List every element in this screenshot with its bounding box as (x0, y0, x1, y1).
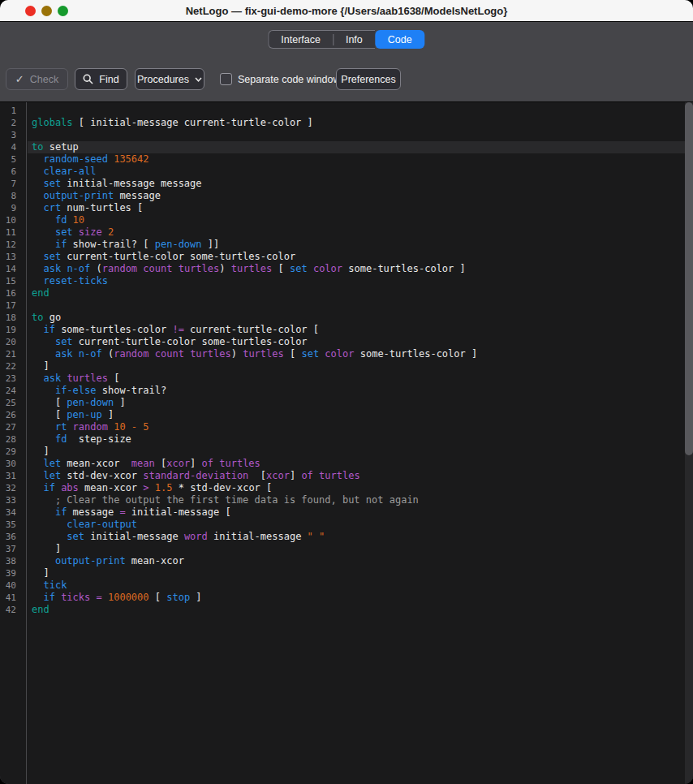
code-line[interactable]: output-print message (28, 190, 685, 202)
line-number: 41 (0, 592, 26, 604)
code-line[interactable]: end (28, 287, 685, 299)
code-line[interactable]: fd 10 (28, 214, 685, 226)
code-line[interactable]: clear-output (28, 519, 685, 531)
code-line[interactable]: output-print mean-xcor (28, 555, 685, 567)
line-number: 40 (0, 579, 26, 592)
preferences-button[interactable]: Preferences (336, 68, 401, 90)
scrollbar-thumb[interactable] (685, 102, 693, 455)
code-line[interactable]: tick (28, 579, 685, 592)
find-button-label: Find (99, 74, 118, 85)
titlebar: NetLogo — fix-gui-demo-more {/Users/aab1… (0, 0, 693, 22)
code-line[interactable]: random-seed 135642 (28, 153, 685, 166)
line-number: 17 (0, 299, 26, 312)
line-number: 28 (0, 433, 26, 446)
code-line[interactable]: set initial-message message (28, 178, 685, 190)
line-number: 20 (0, 336, 26, 348)
line-number: 14 (0, 263, 26, 275)
code-line[interactable]: [ pen-up ] (28, 409, 685, 421)
code-line[interactable]: if show-trail? [ pen-down ]] (28, 239, 685, 251)
line-number: 29 (0, 446, 26, 458)
check-button-label: Check (30, 74, 58, 85)
code-line[interactable]: end (28, 604, 685, 616)
window-chrome: Interface Info Code ✓ Check Find (0, 22, 693, 101)
line-number: 30 (0, 458, 26, 470)
code-line[interactable]: to setup (28, 141, 685, 153)
line-number: 37 (0, 543, 26, 555)
code-line[interactable]: [ pen-down ] (28, 397, 685, 409)
toolbar: ✓ Check Find Procedures (0, 68, 693, 91)
code-line[interactable] (28, 299, 685, 312)
check-button[interactable]: ✓ Check (6, 68, 68, 90)
line-number: 25 (0, 397, 26, 409)
code-line[interactable]: clear-all (28, 166, 685, 178)
find-button[interactable]: Find (75, 68, 127, 90)
line-number: 5 (0, 153, 26, 166)
line-number: 39 (0, 567, 26, 579)
code-line[interactable]: crt num-turtles [ (28, 202, 685, 214)
code-line[interactable]: if-else show-trail? (28, 385, 685, 397)
zoom-button[interactable] (58, 6, 68, 16)
code-line[interactable]: set current-turtle-color some-turtles-co… (28, 251, 685, 263)
code-editor[interactable]: 1234567891011121314151617181920212223242… (0, 101, 693, 784)
tab-segment: Interface Info (268, 30, 375, 49)
code-line[interactable]: ] (28, 360, 685, 373)
procedures-dropdown[interactable]: Procedures (135, 68, 204, 90)
line-number: 42 (0, 604, 26, 616)
checkbox-box[interactable] (220, 73, 232, 85)
line-number: 27 (0, 421, 26, 433)
code-line[interactable]: set initial-message word initial-message… (28, 531, 685, 543)
tab-bar: Interface Info Code (268, 30, 424, 49)
procedures-dropdown-label: Procedures (137, 74, 189, 85)
code-line[interactable]: if some-turtles-color != current-turtle-… (28, 324, 685, 336)
tab-interface[interactable]: Interface (269, 31, 333, 48)
tab-code[interactable]: Code (375, 30, 425, 49)
code-line[interactable]: if abs mean-xcor > 1.5 * std-dev-xcor [ (28, 482, 685, 494)
line-number: 15 (0, 275, 26, 287)
scrollbar[interactable] (685, 102, 693, 784)
separate-code-window-checkbox[interactable]: Separate code window (220, 68, 340, 90)
search-icon (83, 74, 93, 84)
code-line[interactable]: ask turtles [ (28, 373, 685, 385)
code-line[interactable]: ] (28, 446, 685, 458)
line-number: 13 (0, 251, 26, 263)
close-button[interactable] (25, 6, 36, 16)
line-number: 19 (0, 324, 26, 336)
line-number: 33 (0, 494, 26, 506)
line-number: 1 (0, 105, 26, 117)
line-number: 4 (0, 141, 26, 153)
code-line[interactable]: ask n-of (random count turtles) turtles … (28, 348, 685, 360)
line-number: 35 (0, 519, 26, 531)
code-line[interactable]: set current-turtle-color some-turtles-co… (28, 336, 685, 348)
code-line[interactable] (28, 105, 685, 117)
code-line[interactable]: ] (28, 567, 685, 579)
code-line[interactable]: rt random 10 - 5 (28, 421, 685, 433)
code-line[interactable]: set size 2 (28, 226, 685, 239)
code-line[interactable]: let mean-xcor mean [xcor] of turtles (28, 458, 685, 470)
check-icon: ✓ (15, 74, 24, 84)
code-line[interactable]: ; Clear the output the first time data i… (28, 494, 685, 506)
code-line[interactable]: ask n-of (random count turtles) turtles … (28, 263, 685, 275)
line-number: 38 (0, 555, 26, 567)
line-number: 6 (0, 166, 26, 178)
line-number: 9 (0, 202, 26, 214)
code-line[interactable]: to go (28, 312, 685, 324)
code-line[interactable]: let std-dev-xcor standard-deviation [xco… (28, 470, 685, 482)
line-number: 22 (0, 360, 26, 373)
code-line[interactable]: if message = initial-message [ (28, 506, 685, 519)
line-number: 24 (0, 385, 26, 397)
line-number: 8 (0, 190, 26, 202)
code-line[interactable]: reset-ticks (28, 275, 685, 287)
line-number: 10 (0, 214, 26, 226)
code-line[interactable]: if ticks = 1000000 [ stop ] (28, 592, 685, 604)
line-number: 11 (0, 226, 26, 239)
preferences-button-label: Preferences (341, 74, 395, 85)
code-line[interactable]: ] (28, 543, 685, 555)
window-title: NetLogo — fix-gui-demo-more {/Users/aab1… (186, 5, 508, 17)
code-content[interactable]: globals [ initial-message current-turtle… (28, 102, 685, 784)
code-line[interactable]: globals [ initial-message current-turtle… (28, 117, 685, 129)
line-number: 23 (0, 373, 26, 385)
tab-info[interactable]: Info (334, 31, 375, 48)
minimize-button[interactable] (41, 6, 52, 16)
code-line[interactable] (28, 129, 685, 141)
code-line[interactable]: fd step-size (28, 433, 685, 446)
